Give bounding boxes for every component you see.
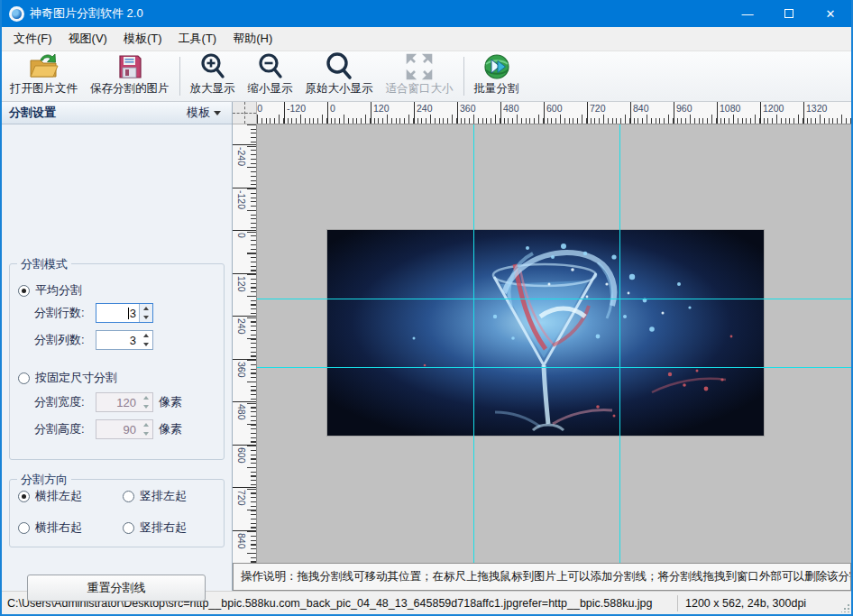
ruler-label: 360	[236, 362, 247, 378]
zoom-out-button[interactable]: 缩小显示	[242, 53, 299, 99]
close-icon: ✕	[826, 7, 836, 21]
spin-down-button[interactable]	[140, 313, 152, 322]
text-caret	[128, 308, 129, 319]
ruler-major-tick	[414, 102, 415, 124]
direction-radio-col-ltr[interactable]: 竖排左起	[123, 488, 187, 504]
ruler-label: 720	[590, 103, 606, 114]
ruler-major-tick	[233, 316, 256, 317]
template-dropdown-label: 模板	[187, 105, 210, 121]
split-line-vertical[interactable]	[619, 124, 620, 563]
split-line-horizontal[interactable]	[257, 299, 851, 299]
split-height-value: 90	[124, 423, 136, 437]
menu-view[interactable]: 视图(V)	[60, 27, 115, 51]
split-width-value: 120	[116, 396, 136, 409]
radio-label: 平均分割	[35, 282, 82, 299]
split-rows-spinner[interactable]: 3	[96, 303, 153, 323]
ruler-label: 840	[236, 533, 247, 549]
menu-help[interactable]: 帮助(H)	[225, 27, 280, 51]
horizontal-ruler[interactable]: -240-12001202403604806007208409601080120…	[257, 102, 851, 124]
help-text: 操作说明：拖拽分割线可移动其位置；在标尺上拖拽鼠标到图片上可以添加分割线；将分割…	[241, 569, 851, 584]
window-title: 神奇图片分割软件 2.0	[30, 5, 143, 22]
ruler-label: 120	[236, 276, 247, 292]
spin-up-button[interactable]	[139, 331, 152, 340]
actual-size-icon	[324, 52, 354, 81]
template-dropdown-button[interactable]: 模板	[183, 103, 225, 123]
radio-icon	[18, 522, 30, 534]
reset-split-lines-button[interactable]: 重置分割线	[27, 575, 206, 602]
arrow-down-icon	[143, 432, 149, 436]
toolbar-button-label: 原始大小显示	[306, 81, 373, 97]
spin-down-button	[139, 402, 152, 411]
ruler-major-tick	[233, 445, 256, 446]
split-cols-value: 3	[130, 334, 136, 347]
direction-radio-col-rtl[interactable]: 竖排右起	[123, 519, 187, 536]
ruler-major-tick	[587, 102, 588, 124]
ruler-major-tick	[500, 102, 501, 124]
open-image-button[interactable]: 打开图片文件	[4, 53, 84, 99]
zoom-out-icon	[256, 52, 285, 81]
ruler-label: 600	[236, 447, 247, 464]
ruler-major-tick	[284, 102, 285, 124]
radio-icon	[123, 522, 134, 534]
ruler-label: 480	[236, 404, 247, 420]
spin-down-button[interactable]	[139, 340, 152, 349]
minimize-icon: —	[742, 7, 754, 21]
menu-file[interactable]: 文件(F)	[5, 27, 60, 51]
ruler-major-tick	[760, 102, 761, 124]
zoom-in-button[interactable]: 放大显示	[184, 53, 242, 99]
ruler-major-tick	[327, 102, 328, 124]
ruler-label: 1080	[720, 103, 740, 114]
ruler-origin-corner	[233, 102, 257, 124]
ruler-major-tick	[233, 273, 256, 274]
ruler-major-tick	[233, 359, 256, 360]
split-line-vertical[interactable]	[473, 124, 474, 563]
arrow-up-icon	[143, 423, 149, 427]
ruler-label: 0	[236, 233, 247, 238]
image-canvas[interactable]	[257, 124, 851, 563]
toolbar-separator	[463, 57, 464, 96]
split-line-horizontal[interactable]	[257, 367, 851, 368]
radio-icon	[123, 491, 134, 502]
title-bar: 神奇图片分割软件 2.0 — ✕	[2, 0, 851, 27]
close-button[interactable]: ✕	[810, 0, 851, 27]
menu-tools[interactable]: 工具(T)	[170, 27, 225, 51]
average-split-radio[interactable]: 平均分割	[18, 282, 82, 299]
split-cols-label: 分割列数:	[34, 332, 90, 348]
direction-radio-row-rtl[interactable]: 横排右起	[18, 519, 82, 536]
save-split-images-button[interactable]: 保存分割的图片	[84, 53, 176, 99]
toolbar-button-label: 保存分割的图片	[90, 81, 170, 97]
toolbar-button-label: 打开图片文件	[10, 81, 78, 97]
ruler-major-tick	[371, 102, 371, 124]
direction-radio-row-ltr[interactable]: 横排左起	[18, 488, 82, 504]
batch-split-button[interactable]: 批量分割	[468, 53, 526, 99]
minimize-button[interactable]: —	[727, 0, 768, 27]
split-cols-field: 分割列数: 3	[34, 330, 153, 350]
zoom-in-icon	[198, 52, 227, 81]
ruler-minor-ticks	[251, 124, 256, 563]
status-image-info: 1200 x 562, 24b, 300dpi	[678, 597, 839, 610]
radio-label: 按固定尺寸分割	[35, 370, 117, 386]
pixels-unit-label: 像素	[159, 394, 182, 410]
save-icon	[115, 52, 144, 81]
split-width-spinner: 120	[96, 392, 153, 412]
ruler-label: 120	[373, 103, 390, 114]
ruler-major-tick	[233, 487, 256, 488]
ruler-major-tick	[233, 530, 256, 531]
menu-template[interactable]: 模板(T)	[115, 27, 170, 51]
fixed-size-split-radio[interactable]: 按固定尺寸分割	[18, 370, 117, 386]
ruler-major-tick	[803, 102, 804, 124]
arrow-down-icon	[143, 343, 149, 346]
actual-size-button[interactable]: 原始大小显示	[299, 53, 380, 99]
split-rows-field: 分割行数: 3	[34, 303, 153, 323]
split-width-label: 分割宽度:	[34, 394, 90, 410]
split-cols-spinner[interactable]: 3	[96, 330, 153, 350]
ruler-label: -240	[257, 103, 262, 114]
resize-grip-icon[interactable]	[839, 592, 851, 614]
vertical-ruler[interactable]: -240-1200120240360480600720840	[233, 124, 257, 563]
maximize-button[interactable]	[768, 0, 810, 27]
arrow-down-icon	[143, 316, 149, 319]
batch-split-icon	[482, 52, 511, 81]
pixels-unit-label: 像素	[159, 421, 182, 437]
spin-up-button[interactable]	[140, 304, 152, 313]
ruler-major-tick	[233, 401, 256, 402]
